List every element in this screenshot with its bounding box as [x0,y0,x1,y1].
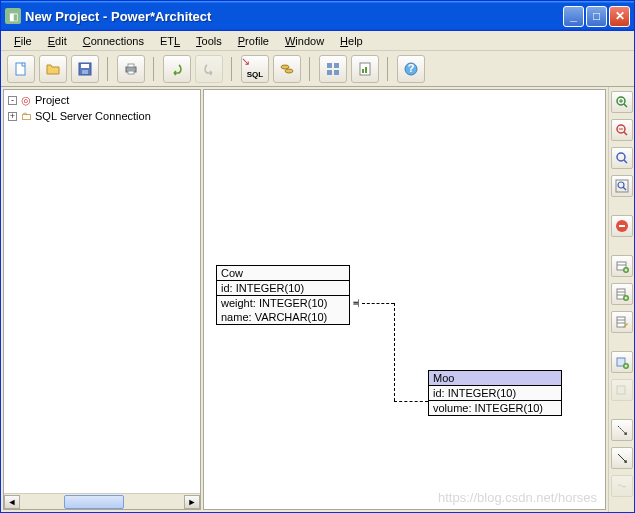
app-window: ◧ New Project - Power*Architect _ □ ✕ Fi… [0,0,635,513]
auto-layout-button [611,475,633,497]
crowfoot-icon: ⫤ [352,294,360,310]
main-area: - ◎ Project + 🗀 SQL Server Connection ◄ … [1,87,634,512]
svg-line-52 [618,454,626,462]
svg-line-29 [623,187,626,190]
sql-button[interactable]: ↘SQL [241,55,269,83]
edit-index-button [611,379,633,401]
svg-rect-9 [327,63,332,68]
entity-column: name: VARCHAR(10) [217,310,349,324]
expand-handle-icon[interactable]: - [8,96,17,105]
menu-connections[interactable]: Connections [76,33,151,49]
maximize-button[interactable]: □ [586,6,607,27]
entity-column: volume: INTEGER(10) [429,401,561,415]
svg-line-26 [624,160,627,163]
svg-rect-0 [16,63,25,75]
entity-column: id: INTEGER(10) [429,386,561,400]
tree-label: SQL Server Connection [35,110,151,122]
open-button[interactable] [39,55,67,83]
zoom-in-button[interactable] [611,91,633,113]
new-button[interactable] [7,55,35,83]
scroll-right-button[interactable]: ► [184,495,200,509]
watermark: https://blog.csdn.net/horses [438,490,597,505]
svg-line-19 [624,104,627,107]
tree-item-connection[interactable]: + 🗀 SQL Server Connection [6,108,198,124]
database-icon: 🗀 [19,110,33,123]
entity-column: weight: INTEGER(10) [217,296,349,310]
menu-window[interactable]: Window [278,33,331,49]
menu-edit[interactable]: Edit [41,33,74,49]
id-relation-button[interactable] [611,447,633,469]
diagram-canvas[interactable]: Cow id: INTEGER(10) weight: INTEGER(10) … [203,89,606,510]
relationship-line[interactable] [394,401,428,402]
zoom-reset-button[interactable] [611,147,633,169]
app-icon: ◧ [5,8,21,24]
delete-button[interactable] [611,215,633,237]
entity-title: Cow [217,266,349,280]
svg-rect-15 [365,67,367,73]
new-column-button[interactable] [611,283,633,305]
svg-text:?: ? [408,62,415,74]
entity-column: id: INTEGER(10) [217,281,349,295]
expand-handle-icon[interactable]: + [8,112,17,121]
tree-panel: - ◎ Project + 🗀 SQL Server Connection ◄ … [3,89,201,510]
menu-etl[interactable]: ETL [153,33,187,49]
svg-rect-10 [334,63,339,68]
svg-point-8 [285,69,293,73]
scroll-left-button[interactable]: ◄ [4,495,20,509]
window-title: New Project - Power*Architect [25,9,563,24]
new-table-button[interactable] [611,255,633,277]
zoom-out-button[interactable] [611,119,633,141]
target-icon: ◎ [19,94,33,107]
tree-label: Project [35,94,69,106]
svg-rect-3 [82,70,88,74]
svg-rect-14 [362,69,364,73]
svg-rect-12 [334,70,339,75]
svg-rect-11 [327,70,332,75]
edit-column-button[interactable] [611,311,633,333]
entity-title: Moo [429,371,561,385]
entity-moo[interactable]: Moo id: INTEGER(10) volume: INTEGER(10) [428,370,562,416]
close-button[interactable]: ✕ [609,6,630,27]
print-button[interactable] [117,55,145,83]
grid-button[interactable] [319,55,347,83]
svg-line-23 [624,132,627,135]
menu-help[interactable]: Help [333,33,370,49]
title-bar[interactable]: ◧ New Project - Power*Architect _ □ ✕ [1,1,634,31]
svg-line-51 [618,426,626,434]
menu-file[interactable]: File [7,33,39,49]
menu-tools[interactable]: Tools [189,33,229,49]
menu-profile[interactable]: Profile [231,33,276,49]
report-button[interactable] [351,55,379,83]
scroll-thumb[interactable] [64,495,124,509]
new-index-button[interactable] [611,351,633,373]
tree-scrollbar[interactable]: ◄ ► [4,493,200,509]
tree-item-project[interactable]: - ◎ Project [6,92,198,108]
entity-cow[interactable]: Cow id: INTEGER(10) weight: INTEGER(10) … [216,265,350,325]
svg-rect-50 [617,386,625,394]
side-toolbar [608,87,634,512]
svg-point-25 [617,153,625,161]
help-button[interactable]: ? [397,55,425,83]
project-tree[interactable]: - ◎ Project + 🗀 SQL Server Connection [4,90,200,493]
relationship-line[interactable] [394,303,395,401]
relationship-line[interactable] [362,303,394,304]
svg-rect-2 [81,64,89,68]
svg-point-7 [281,65,289,69]
save-button[interactable] [71,55,99,83]
undo-button[interactable] [163,55,191,83]
redo-button [195,55,223,83]
minimize-button[interactable]: _ [563,6,584,27]
non-id-relation-button[interactable] [611,419,633,441]
svg-rect-5 [128,64,134,67]
toolbar: ↘SQL ? [1,51,634,87]
svg-rect-43 [617,317,625,327]
svg-rect-6 [128,71,134,74]
menu-bar: File Edit Connections ETL Tools Profile … [1,31,634,51]
zoom-fit-button[interactable] [611,175,633,197]
compare-button[interactable] [273,55,301,83]
